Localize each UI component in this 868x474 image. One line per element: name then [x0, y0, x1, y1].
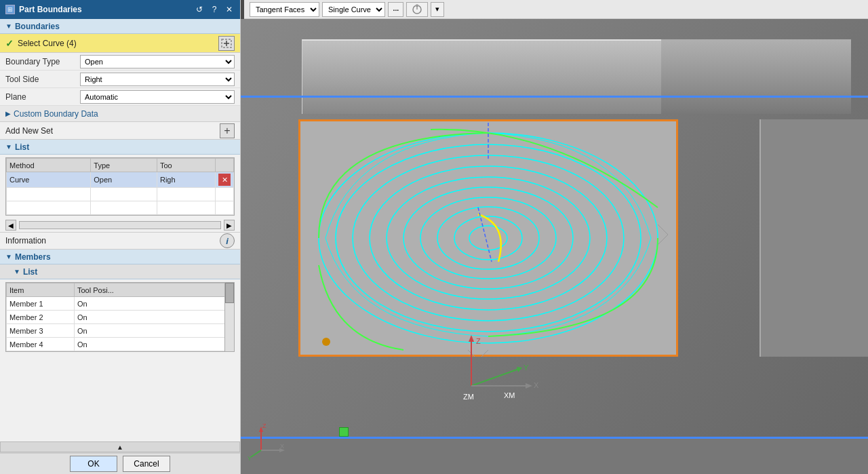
top-toolbar: Tangent Faces Single Curve ··· ▾ — [244, 0, 868, 19]
members-table-container: Item Tool Posi... Member 1 On Member 2 O… — [5, 282, 235, 352]
green-square-indicator — [339, 427, 349, 437]
top-block-right — [661, 39, 851, 114]
help-btn[interactable]: ? — [209, 4, 220, 15]
list-item[interactable]: Member 1 On — [7, 297, 234, 311]
custom-boundary-arrow-icon: ▶ — [5, 110, 11, 117]
cancel-button[interactable]: Cancel — [123, 456, 170, 472]
list-scroll-left-btn[interactable]: ◀ — [5, 220, 16, 231]
members-arrow-icon: ▼ — [5, 253, 12, 260]
list-section-header[interactable]: ▼ List — [0, 140, 240, 155]
list-scroll-row: ◀ ▶ — [0, 218, 240, 232]
svg-text:Y: Y — [524, 363, 529, 372]
svg-marker-25 — [526, 383, 532, 389]
boundary-type-row: Boundary Type Open — [0, 53, 240, 71]
tangent-faces-select[interactable]: Tangent Faces — [250, 2, 319, 17]
svg-text:Z: Z — [262, 422, 267, 429]
list-scroll-right-btn[interactable]: ▶ — [224, 220, 235, 231]
tool-side-select[interactable]: Right — [80, 73, 235, 86]
table-row[interactable] — [7, 201, 234, 215]
list-col-delete — [216, 159, 234, 172]
list-arrow-icon: ▼ — [5, 143, 12, 151]
collapse-btn[interactable]: ▲ — [0, 441, 240, 452]
table-row[interactable]: Curve Open Righ ✕ — [7, 172, 234, 188]
tool-side-label: Tool Side — [5, 75, 80, 84]
plane-select[interactable]: Automatic — [80, 90, 235, 104]
members-section: ▼ Members ▼ List Item Tool Posi... Membe… — [0, 250, 240, 441]
select-curve-row: ✓ Select Curve (4) — [0, 34, 240, 53]
svg-text:X: X — [534, 381, 539, 389]
custom-boundary-label: Custom Boundary Data — [14, 109, 98, 119]
orange-dot — [322, 338, 330, 346]
list-item[interactable]: Member 3 On — [7, 324, 234, 338]
information-row: Information i — [0, 232, 240, 250]
list-item[interactable]: Member 4 On — [7, 338, 234, 351]
svg-text:X: X — [280, 443, 284, 450]
list-col-type: Type — [91, 159, 157, 172]
svg-text:XM: XM — [504, 391, 515, 399]
close-btn[interactable]: ✕ — [224, 4, 235, 15]
list-section: ▼ List Method Type Too Curve Open — [0, 140, 240, 232]
select-curve-btn[interactable] — [218, 36, 235, 51]
reset-btn[interactable]: ↺ — [194, 4, 205, 15]
members-col-item: Item — [7, 283, 75, 297]
more-options-btn[interactable]: ··· — [388, 2, 403, 17]
select-curve-label: Select Curve (4) — [18, 39, 214, 48]
members-list-header[interactable]: ▼ List — [0, 264, 240, 279]
row-delete-btn[interactable]: ✕ — [218, 174, 231, 186]
members-scrollbar[interactable] — [224, 283, 234, 351]
boundary-type-label: Boundary Type — [5, 57, 80, 66]
svg-line-35 — [251, 450, 261, 457]
list-section-label: List — [15, 142, 29, 152]
add-new-set-row: Add New Set + — [0, 122, 240, 140]
scene-background: Z Y X ZM XM Z X Y — [241, 19, 868, 474]
list-col-too: Too — [157, 159, 215, 172]
members-list-arrow-icon: ▼ — [14, 268, 20, 275]
boundaries-section-label: Boundaries — [15, 22, 60, 31]
panel-titlebar: ⊞ Part Boundaries ↺ ? ✕ — [0, 0, 240, 19]
bottom-buttons-row: OK Cancel — [0, 452, 240, 474]
bottom-platform — [241, 437, 868, 474]
list-table-container: Method Type Too Curve Open Righ ✕ — [5, 157, 235, 216]
members-table: Item Tool Posi... Member 1 On Member 2 O… — [6, 283, 234, 351]
3d-viewport[interactable]: Z Y X ZM XM Z X Y — [241, 19, 868, 474]
more-btn[interactable]: ▾ — [431, 2, 444, 17]
boundary-type-select[interactable]: Open — [80, 55, 235, 68]
members-section-header[interactable]: ▼ Members — [0, 250, 240, 264]
members-section-label: Members — [15, 252, 51, 262]
single-curve-select[interactable]: Single Curve — [322, 2, 385, 17]
list-scrollbar[interactable] — [19, 221, 221, 229]
boundaries-section-header[interactable]: ▼ Boundaries — [0, 19, 240, 34]
add-new-set-btn[interactable]: + — [220, 123, 235, 138]
members-list-label: List — [23, 267, 37, 277]
tool-side-row: Tool Side Right — [0, 71, 240, 88]
ok-button[interactable]: OK — [70, 456, 117, 472]
panel-title: Part Boundaries — [19, 5, 190, 14]
row-type: Open — [91, 172, 157, 188]
information-btn[interactable]: i — [220, 233, 235, 248]
panel-icon: ⊞ — [5, 5, 15, 14]
corner-axes-svg: Z X Y — [248, 420, 288, 460]
svg-marker-22 — [517, 367, 522, 372]
top-block-left — [302, 39, 661, 114]
check-icon: ✓ — [5, 38, 14, 49]
plane-label: Plane — [5, 92, 80, 102]
rotate-btn[interactable] — [406, 2, 428, 17]
list-table: Method Type Too Curve Open Righ ✕ — [6, 158, 234, 215]
right-step — [760, 119, 868, 357]
add-new-set-label: Add New Set — [5, 126, 220, 136]
list-item[interactable]: Member 2 On — [7, 311, 234, 324]
table-row[interactable] — [7, 188, 234, 201]
members-col-tool-pos: Tool Posi... — [75, 283, 234, 297]
row-delete-cell: ✕ — [216, 172, 234, 188]
row-method: Curve — [7, 172, 91, 188]
svg-text:Y: Y — [248, 455, 252, 460]
recessed-area — [298, 119, 678, 357]
row-tool: Righ — [157, 172, 215, 188]
part-boundaries-panel: ⊞ Part Boundaries ↺ ? ✕ ▼ Boundaries ✓ S… — [0, 0, 241, 474]
custom-boundary-row[interactable]: ▶ Custom Boundary Data — [0, 106, 240, 122]
blue-line-top — [241, 96, 868, 98]
svg-line-21 — [471, 369, 519, 386]
svg-text:ZM: ZM — [463, 393, 474, 401]
list-col-method: Method — [7, 159, 91, 172]
boundaries-arrow-icon: ▼ — [5, 22, 12, 30]
